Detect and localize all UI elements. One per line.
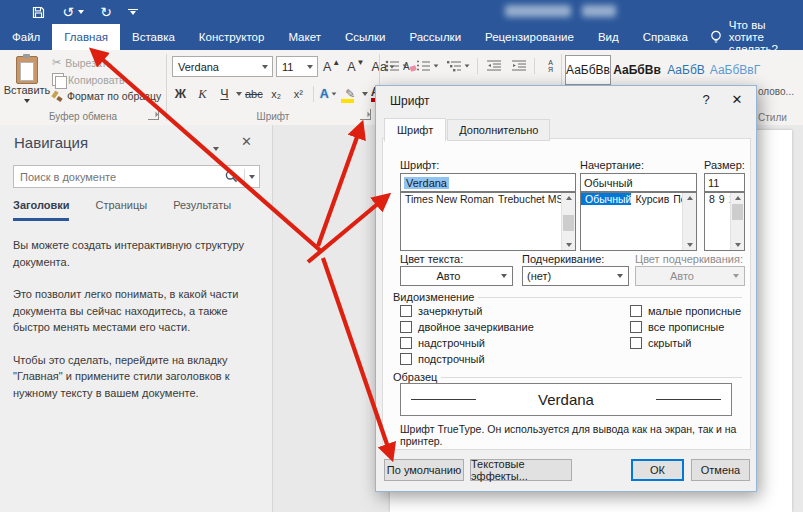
- checkbox[interactable]: [400, 353, 412, 365]
- effect-checkbox-row[interactable]: двойное зачеркивание: [400, 319, 534, 335]
- sort-button[interactable]: АЯ: [540, 56, 561, 76]
- default-button[interactable]: По умолчанию: [384, 459, 464, 481]
- font-size-combo[interactable]: 11: [276, 56, 318, 77]
- text-effects-button[interactable]: А: [318, 84, 339, 104]
- increase-indent-button[interactable]: [508, 56, 529, 76]
- size-list-item[interactable]: 8: [705, 193, 715, 205]
- bullets-button[interactable]: [383, 56, 410, 76]
- ribbon-tab[interactable]: Рецензирование: [473, 24, 586, 50]
- style-list-scrollbar[interactable]: [682, 193, 696, 250]
- tell-me-box[interactable]: Что вы хотите сделать?: [710, 24, 803, 50]
- navigation-close-icon[interactable]: ✕: [241, 134, 252, 149]
- ok-button[interactable]: ОК: [631, 459, 684, 481]
- underline-style-dropdown[interactable]: (нет): [522, 266, 629, 286]
- text-color-dropdown[interactable]: Авто: [400, 266, 513, 286]
- style-list-item[interactable]: Курсив: [631, 193, 669, 205]
- cancel-button[interactable]: Отмена: [691, 459, 750, 481]
- font-size-list[interactable]: 89101112: [704, 192, 745, 251]
- nav-paragraph: Чтобы это сделать, перейдите на вкладку …: [13, 352, 263, 402]
- grow-font-button[interactable]: А▲: [321, 57, 342, 77]
- font-preview-text: Verdana: [476, 391, 656, 408]
- size-list-item[interactable]: 9: [715, 193, 725, 205]
- style-item-heading1[interactable]: АаБбВ: [663, 55, 709, 85]
- undo-icon[interactable]: [60, 4, 76, 20]
- navigation-tab[interactable]: Заголовки: [13, 199, 69, 221]
- copy-button[interactable]: Копировать: [52, 73, 161, 86]
- checkbox[interactable]: [400, 305, 412, 317]
- ribbon-tab[interactable]: Вставка: [120, 24, 187, 50]
- document-search-box[interactable]: [13, 165, 260, 188]
- style-list-item[interactable]: Обычный: [581, 193, 631, 205]
- ribbon-tab[interactable]: Макет: [276, 24, 333, 50]
- underline-color-caret-icon: [728, 267, 744, 285]
- underline-color-dropdown[interactable]: Авто: [635, 266, 745, 286]
- checkbox[interactable]: [400, 321, 412, 333]
- dialog-tab-advanced[interactable]: Дополнительно: [447, 119, 550, 141]
- word-window: ФайлГлавнаяВставкаКонструкторМакетСсылки…: [0, 0, 803, 512]
- subscript-button[interactable]: x₂: [266, 84, 287, 104]
- ribbon-tab[interactable]: Рассылки: [397, 24, 473, 50]
- format-painter-button[interactable]: Формат по образцу: [52, 90, 161, 102]
- underline-button[interactable]: Ч: [214, 84, 235, 104]
- bold-button[interactable]: Ж: [170, 84, 191, 104]
- navigation-options-caret-icon[interactable]: [213, 137, 219, 155]
- font-style-list[interactable]: ОбычныйКурсивПолужирныйПолужирный Курсив: [580, 192, 697, 251]
- navigation-tab[interactable]: Страницы: [95, 199, 147, 221]
- checkbox[interactable]: [400, 337, 412, 349]
- ribbon-tab[interactable]: Файл: [0, 24, 52, 50]
- navigation-tab[interactable]: Результаты: [173, 199, 231, 221]
- font-list-item[interactable]: Times New Roman: [401, 193, 494, 205]
- paste-menu-caret-icon[interactable]: [24, 99, 30, 103]
- highlight-color-button[interactable]: [340, 84, 361, 104]
- italic-button[interactable]: К: [192, 84, 213, 104]
- highlight-menu-caret-icon[interactable]: [362, 92, 368, 96]
- font-name-combo[interactable]: Verdana: [172, 56, 273, 77]
- text-effects-button[interactable]: Текстовые эффекты...: [470, 459, 572, 481]
- numbering-button[interactable]: [414, 56, 441, 76]
- style-item-heading2[interactable]: АаБбВвГ: [712, 55, 758, 85]
- superscript-button[interactable]: x²: [288, 84, 309, 104]
- format-painter-icon: [52, 91, 63, 102]
- ribbon-tab[interactable]: Конструктор: [187, 24, 277, 50]
- save-icon[interactable]: [30, 4, 46, 20]
- search-options-caret-icon[interactable]: [245, 175, 259, 179]
- underline-menu-caret-icon[interactable]: [236, 92, 242, 96]
- effect-checkbox-row[interactable]: зачеркнутый: [400, 303, 534, 319]
- decrease-indent-button[interactable]: [483, 56, 504, 76]
- effect-checkbox-row[interactable]: все прописные: [630, 319, 741, 335]
- checkbox[interactable]: [630, 321, 642, 333]
- ribbon-tab[interactable]: Вид: [586, 24, 631, 50]
- font-dialog-launcher-icon[interactable]: [360, 109, 371, 120]
- size-list-scrollbar[interactable]: [730, 193, 744, 250]
- multilevel-list-button[interactable]: [445, 56, 472, 76]
- ribbon-tab[interactable]: Справка: [631, 24, 700, 50]
- effect-checkbox-row[interactable]: скрытый: [630, 335, 741, 351]
- effect-checkbox-row[interactable]: подстрочный: [400, 351, 534, 367]
- style-item-no-spacing[interactable]: АаБбВв: [614, 55, 660, 85]
- font-name-field[interactable]: Verdana: [400, 173, 576, 192]
- font-style-field[interactable]: Обычный: [580, 173, 697, 192]
- shrink-font-button[interactable]: А▼: [345, 57, 366, 77]
- customize-quick-access-icon[interactable]: [128, 9, 138, 15]
- font-list-scrollbar[interactable]: [561, 193, 575, 250]
- dialog-tab-font[interactable]: Шрифт: [384, 118, 446, 142]
- checkbox[interactable]: [630, 337, 642, 349]
- effect-checkbox-row[interactable]: малые прописные: [630, 303, 741, 319]
- dialog-help-button[interactable]: ?: [698, 92, 714, 107]
- undo-menu-caret-icon[interactable]: [78, 10, 84, 14]
- search-icon[interactable]: [218, 170, 244, 183]
- font-size-field[interactable]: 11: [704, 173, 745, 192]
- redo-icon[interactable]: [98, 4, 114, 20]
- font-name-list[interactable]: Times New RomanTrebuchet MSTxtUniversalM…: [400, 192, 576, 251]
- checkbox[interactable]: [630, 305, 642, 317]
- dialog-close-button[interactable]: ✕: [728, 92, 746, 107]
- ribbon-tab[interactable]: Главная: [52, 24, 120, 50]
- effect-checkbox-row[interactable]: надстрочный: [400, 335, 534, 351]
- strikethrough-button[interactable]: abc: [243, 84, 265, 104]
- search-input[interactable]: [14, 171, 218, 183]
- ribbon-tab[interactable]: Ссылки: [333, 24, 398, 50]
- cut-button[interactable]: Вырезать: [52, 56, 161, 69]
- font-list-item[interactable]: Trebuchet MS: [494, 193, 564, 205]
- clipboard-dialog-launcher-icon[interactable]: [148, 109, 159, 120]
- style-item-normal[interactable]: АаБбВв: [565, 55, 611, 85]
